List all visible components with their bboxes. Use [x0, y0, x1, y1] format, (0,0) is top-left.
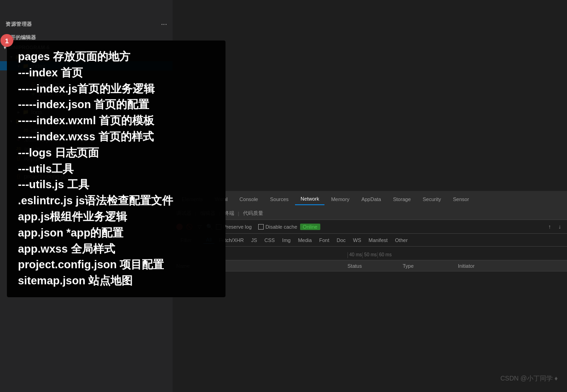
- filter-media[interactable]: Media: [295, 236, 314, 244]
- preserve-log-label: Preserve log: [223, 224, 252, 230]
- tab-sources[interactable]: Sources: [265, 194, 294, 205]
- tab-security[interactable]: Security: [417, 194, 447, 205]
- network-table-body: [173, 271, 567, 327]
- annotation-line: app.wxss 全局样式: [18, 241, 214, 257]
- annotation-line: sitemap.json 站点地图: [18, 273, 214, 289]
- network-toolbar: 🚫 ▽ 🔍 Preserve log Disable cache Online …: [173, 220, 567, 234]
- tab-storage[interactable]: Storage: [388, 194, 417, 205]
- devtools-subtabs: 调试器 | 编辑器 | 终端 | 代码质量: [173, 207, 567, 220]
- sidebar-more-button[interactable]: ···: [161, 20, 167, 29]
- filter-js[interactable]: JS: [249, 236, 260, 244]
- subtab-quality[interactable]: 代码质量: [243, 210, 263, 217]
- filter-manifest[interactable]: Manifest: [366, 236, 391, 244]
- network-table-header: Name Status Type Initiator: [173, 260, 567, 271]
- ruler-mark-60ms: 60 ms: [377, 252, 392, 258]
- devtools-tabs-bar: Elements Wxml Console Sources Network Me…: [173, 191, 567, 207]
- annotation-line: -----index.wxml 首页的模板: [18, 113, 214, 129]
- annotation-popup: 1 pages 存放页面的地方---index 首页-----index.js首…: [7, 40, 226, 297]
- filter-font[interactable]: Font: [316, 236, 332, 244]
- watermark: CSDN @小丁同学 ♦: [500, 375, 558, 383]
- filter-css[interactable]: CSS: [261, 236, 278, 244]
- tab-console[interactable]: Console: [234, 194, 263, 205]
- sidebar-header: 资源管理器 ···: [0, 16, 173, 32]
- tab-sensor[interactable]: Sensor: [447, 194, 474, 205]
- filter-ws[interactable]: WS: [350, 236, 364, 244]
- devtools-content: 调试器 | 编辑器 | 终端 | 代码质量 🚫 ▽ 🔍 Preserve log…: [173, 207, 567, 327]
- filter-other[interactable]: Other: [392, 236, 411, 244]
- disable-cache-option: Disable cache: [258, 224, 297, 230]
- annotation-line: project.config.json 项目配置: [18, 257, 214, 273]
- network-filter-row: Filter | All Fetch/XHR JS CSS Img Media …: [173, 234, 567, 247]
- sidebar-title: 资源管理器: [6, 21, 32, 28]
- timeline-ruler: 40 ms 50 ms 60 ms: [173, 247, 567, 260]
- col-header-status: Status: [347, 263, 403, 269]
- annotation-line: pages 存放页面的地方: [18, 49, 214, 65]
- online-selector[interactable]: Online: [300, 224, 320, 230]
- annotation-line: .eslintrc.js js语法检查配置文件: [18, 193, 214, 209]
- col-header-initiator: Initiator: [458, 263, 567, 269]
- upload-icon[interactable]: ↑: [546, 223, 553, 231]
- annotation-line: app.js根组件业务逻辑: [18, 209, 214, 225]
- main-editor-area: [173, 0, 567, 191]
- download-icon[interactable]: ↓: [556, 223, 563, 231]
- annotation-line: ---utils.js 工具: [18, 177, 214, 193]
- col-header-type: Type: [403, 263, 458, 269]
- ruler-mark-40ms: 40 ms: [347, 252, 362, 258]
- disable-cache-checkbox[interactable]: [258, 224, 264, 230]
- annotation-line: -----index.json 首页的配置: [18, 97, 214, 113]
- annotation-line: ---logs 日志页面: [18, 145, 214, 161]
- annotation-line: ---utils工具: [18, 161, 214, 177]
- annotation-line: app.json *app的配置: [18, 225, 214, 241]
- filter-img[interactable]: Img: [279, 236, 293, 244]
- annotation-line: -----index.js首页的业务逻辑: [18, 81, 214, 97]
- annotation-lines: pages 存放页面的地方---index 首页-----index.js首页的…: [18, 49, 214, 289]
- tab-network[interactable]: Network: [295, 193, 324, 205]
- annotation-line: -----index.wxss 首页的样式: [18, 129, 214, 145]
- annotation-badge: 1: [0, 34, 13, 47]
- ruler-mark-50ms: 50 ms: [362, 252, 377, 258]
- filter-doc[interactable]: Doc: [334, 236, 348, 244]
- tab-memory[interactable]: Memory: [325, 194, 355, 205]
- annotation-line: ---index 首页: [18, 65, 214, 81]
- disable-cache-label: Disable cache: [266, 224, 297, 230]
- subtab-terminal[interactable]: 终端: [224, 210, 234, 217]
- tab-appdata[interactable]: AppData: [356, 194, 387, 205]
